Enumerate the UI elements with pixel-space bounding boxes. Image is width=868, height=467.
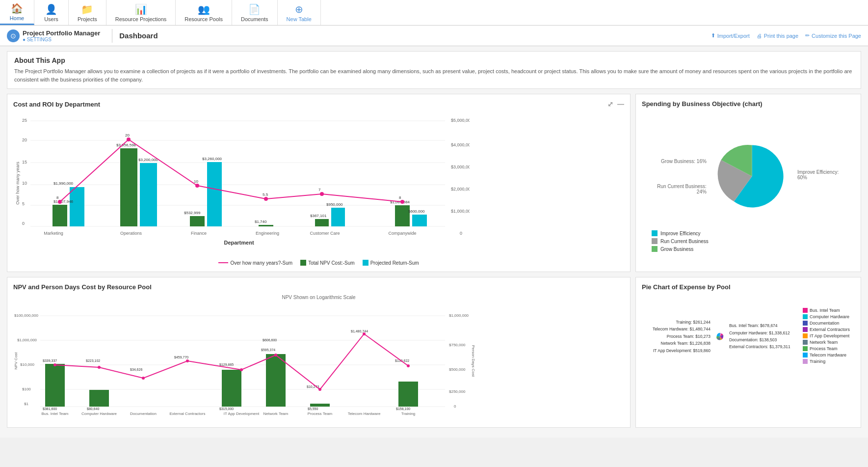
legend-network: Network Team xyxy=(803,340,850,345)
nav-resource-proj-label: Resource Projections xyxy=(115,16,167,22)
top-navigation: 🏠 Home 👤 Users 📁 Projects 📊 Resource Pro… xyxy=(0,0,868,26)
svg-text:$1,990,000: $1,990,000 xyxy=(53,181,74,186)
svg-text:$339,337: $339,337 xyxy=(43,359,57,362)
svg-point-105 xyxy=(318,388,321,391)
svg-point-103 xyxy=(240,368,243,371)
ext-contractors-label: External Contractors: $1,379,311 xyxy=(729,343,798,350)
legend-efficiency: Improve Efficiency xyxy=(652,230,845,236)
doc-legend: Documentation xyxy=(810,321,840,326)
legend-line-color xyxy=(218,262,228,263)
npv-panel: NPV and Person Days Cost by Resource Poo… xyxy=(7,277,631,428)
svg-rect-28 xyxy=(190,216,205,226)
svg-text:$606,600: $606,600 xyxy=(263,338,277,342)
main-content: About This App The Project Portfolio Man… xyxy=(0,46,868,438)
spending-pie-svg xyxy=(716,137,788,216)
svg-text:5: 5 xyxy=(22,201,25,206)
svg-text:0: 0 xyxy=(22,221,25,226)
grow-business-color xyxy=(652,246,658,252)
svg-text:$315,000: $315,000 xyxy=(219,407,234,411)
expense-pie-title: Pie Chart of Expense by Pool xyxy=(642,283,855,291)
svg-text:$10,000: $10,000 xyxy=(20,362,34,367)
svg-text:Finance: Finance xyxy=(191,231,207,236)
efficiency-color xyxy=(652,230,658,236)
svg-text:Process Team: Process Team xyxy=(308,412,333,416)
svg-point-44 xyxy=(195,184,199,188)
collapse-icon[interactable]: — xyxy=(617,100,624,108)
nav-new-table[interactable]: ⊕ New Table xyxy=(278,0,321,25)
grow-business-label: Grow Business: 16% xyxy=(652,159,707,164)
about-section: About This App The Project Portfolio Man… xyxy=(7,51,861,89)
svg-rect-38 xyxy=(395,205,410,226)
nav-resource-pools[interactable]: 👥 Resource Pools xyxy=(176,0,232,25)
resource-pools-icon: 👥 xyxy=(198,3,210,15)
npv-title: NPV and Person Days Cost by Resource Poo… xyxy=(13,283,624,291)
svg-text:Network Team: Network Team xyxy=(263,412,289,416)
telecom-legend: Telecom Hardware xyxy=(810,353,846,357)
svg-text:$34,626: $34,626 xyxy=(130,368,142,371)
svg-text:$1,000,000: $1,000,000 xyxy=(451,209,470,214)
app-title: Project Portfolio Manager xyxy=(23,29,100,37)
svg-text:$595,374: $595,374 xyxy=(261,348,275,352)
svg-text:$1,000,000: $1,000,000 xyxy=(17,338,37,342)
network-legend: Network Team xyxy=(810,340,838,345)
nav-resource-projections[interactable]: 📊 Resource Projections xyxy=(106,0,176,25)
svg-text:8: 8 xyxy=(399,195,401,200)
legend-green-label: Total NPV Cost:-Sum xyxy=(308,260,354,266)
customize-button[interactable]: ✏ Customize this Page xyxy=(805,32,861,39)
svg-text:$600,000: $600,000 xyxy=(408,209,425,214)
import-export-icon: ⬆ xyxy=(711,32,715,39)
run-current-color xyxy=(652,238,658,244)
nav-documents-label: Documents xyxy=(241,16,268,22)
print-page-label: Print this page xyxy=(764,33,798,39)
process-dot xyxy=(803,346,808,351)
itapp-dot xyxy=(803,333,808,338)
svg-rect-79 xyxy=(89,390,109,407)
network-label: Network Team: $1,226,838 xyxy=(647,340,710,347)
svg-text:$500,000: $500,000 xyxy=(449,367,466,372)
import-export-button[interactable]: ⬆ Import/Export xyxy=(711,32,750,39)
svg-point-102 xyxy=(186,359,189,362)
print-icon: 🖨 xyxy=(757,33,762,39)
run-current-label: Run Current Business: 24% xyxy=(652,184,707,194)
svg-point-46 xyxy=(320,192,324,196)
svg-text:25: 25 xyxy=(22,118,27,123)
cost-roi-chart-area: 25 20 15 10 5 0 Over how many years $5,0… xyxy=(13,112,624,256)
svg-text:$100: $100 xyxy=(22,387,31,391)
comp-hw-dot xyxy=(803,314,808,319)
svg-rect-20 xyxy=(53,205,67,226)
training-label: Training: $261,244 xyxy=(647,319,710,326)
new-table-icon: ⊕ xyxy=(295,3,303,15)
svg-point-101 xyxy=(142,377,145,380)
doc-dot xyxy=(803,321,808,326)
svg-text:$80,640: $80,640 xyxy=(87,407,99,411)
svg-text:$1: $1 xyxy=(24,402,28,406)
svg-rect-34 xyxy=(315,219,329,226)
svg-text:Department: Department xyxy=(224,240,254,246)
nav-users[interactable]: 👤 Users xyxy=(34,0,69,25)
expense-legend: Bus. Intel Team Computer Hardware Docume… xyxy=(803,308,850,365)
nav-home[interactable]: 🏠 Home xyxy=(0,0,34,25)
svg-point-104 xyxy=(274,354,277,357)
print-page-button[interactable]: 🖨 Print this page xyxy=(757,33,798,39)
legend-telecom: Telecom Hardware xyxy=(803,353,850,357)
spending-pie-section: Grow Business: 16% Run Current Business:… xyxy=(642,127,855,225)
svg-text:$381,600: $381,600 xyxy=(43,407,57,411)
nav-home-label: Home xyxy=(10,15,24,21)
svg-text:$3,000,000: $3,000,000 xyxy=(451,165,470,169)
nav-projects[interactable]: 📁 Projects xyxy=(69,0,106,25)
expand-icon[interactable]: ⤢ xyxy=(607,100,613,108)
pie-labels-right: Improve Efficiency: 60% xyxy=(797,169,845,183)
legend-doc: Documentation xyxy=(803,321,850,326)
svg-text:IT App Development: IT App Development xyxy=(224,412,260,416)
bus-intel-dot xyxy=(803,308,808,313)
svg-text:$1,000,000: $1,000,000 xyxy=(449,313,469,318)
settings-link[interactable]: ● SETTINGS xyxy=(23,37,100,42)
header-divider xyxy=(112,29,112,43)
legend-ext: External Contractors xyxy=(803,327,850,332)
svg-text:0: 0 xyxy=(460,231,462,236)
svg-text:$1,480,744: $1,480,744 xyxy=(351,330,368,333)
resource-proj-icon: 📊 xyxy=(135,3,147,15)
chart-controls[interactable]: ⤢ — xyxy=(607,100,624,108)
nav-documents[interactable]: 📄 Documents xyxy=(232,0,278,25)
header-bar: ⊙ Project Portfolio Manager ● SETTINGS D… xyxy=(0,26,868,46)
